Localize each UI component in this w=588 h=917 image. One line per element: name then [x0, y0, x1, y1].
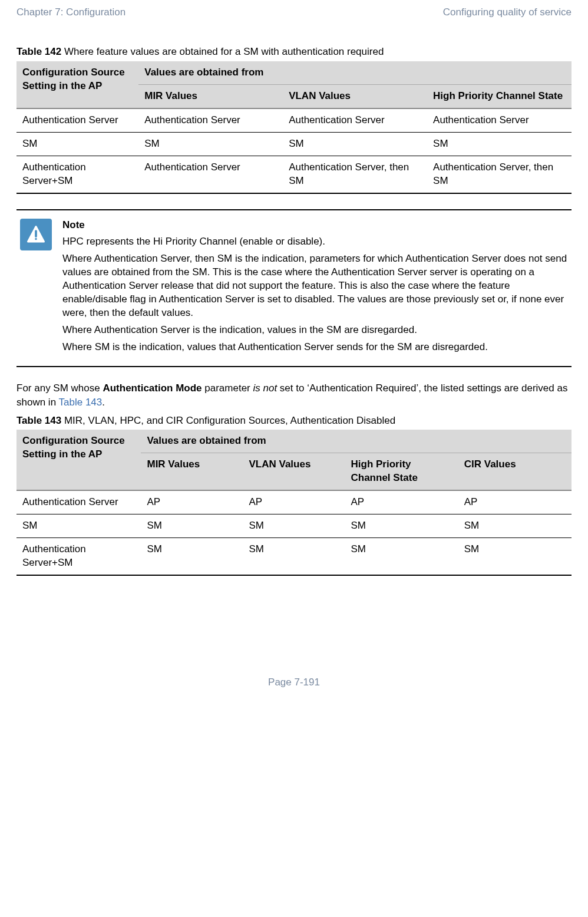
- cell: Authentication Server, then SM: [427, 156, 572, 193]
- cell: SM: [141, 514, 243, 538]
- cell: AP: [345, 490, 458, 514]
- table142-caption: Table 142 Where feature values are obtai…: [16, 45, 572, 59]
- cell: Authentication Server, then SM: [283, 156, 427, 193]
- table143-subheader-mir: MIR Values: [141, 453, 243, 490]
- cell: SM: [283, 132, 427, 156]
- table143-link[interactable]: Table 143: [59, 397, 103, 408]
- table142-subheader-hpc: High Priority Channel State: [427, 84, 572, 108]
- para-italic: is not: [253, 382, 278, 394]
- table143-subheader-hpc: High Priority Channel State: [345, 453, 458, 490]
- cell: SM: [458, 538, 572, 575]
- cell: Authentication Server: [16, 490, 141, 514]
- cell: SM: [16, 514, 141, 538]
- note-paragraph: HPC represents the Hi Priority Channel (…: [62, 235, 568, 249]
- table142-group-header: Values are obtained from: [138, 61, 572, 84]
- cell: SM: [427, 132, 572, 156]
- table-row: Authentication Server+SM SM SM SM SM: [16, 538, 572, 575]
- table143-subheader-vlan: VLAN Values: [243, 453, 345, 490]
- cell: SM: [345, 514, 458, 538]
- table143-group-header: Values are obtained from: [141, 430, 572, 453]
- cell: SM: [141, 538, 243, 575]
- cell: Authentication Server: [283, 108, 427, 132]
- header-section: Configuring quality of service: [443, 6, 572, 19]
- note-paragraph: Where Authentication Server, then SM is …: [62, 252, 568, 320]
- note-body: Note HPC represents the Hi Priority Chan…: [62, 219, 568, 358]
- table142-col1-header: Configuration Source Setting in the AP: [16, 61, 138, 108]
- cell: Authentication Server+SM: [16, 538, 141, 575]
- cell: AP: [243, 490, 345, 514]
- table-row: Authentication Server+SM Authentication …: [16, 156, 572, 193]
- table142-caption-text: Where feature values are obtained for a …: [61, 46, 384, 57]
- table142-subheader-vlan: VLAN Values: [283, 84, 427, 108]
- cell: AP: [458, 490, 572, 514]
- cell: SM: [243, 538, 345, 575]
- page-footer: Page 7-191: [16, 676, 572, 690]
- note-paragraph: Where Authentication Server is the indic…: [62, 324, 568, 337]
- table142-caption-number: Table 142: [16, 46, 61, 57]
- cell: SM: [243, 514, 345, 538]
- cell: SM: [345, 538, 458, 575]
- cell: Authentication Server+SM: [16, 156, 138, 193]
- table143-caption-number: Table 143: [16, 415, 61, 426]
- table143: Configuration Source Setting in the AP V…: [16, 430, 572, 576]
- note-icon: [20, 219, 52, 250]
- table143-caption: Table 143 MIR, VLAN, HPC, and CIR Config…: [16, 414, 572, 428]
- para-text: .: [102, 397, 105, 408]
- page-header: Chapter 7: Configuration Configuring qua…: [16, 6, 572, 19]
- cell: SM: [458, 514, 572, 538]
- para-bold: Authentication Mode: [103, 382, 201, 394]
- table143-col1-header: Configuration Source Setting in the AP: [16, 430, 141, 490]
- table-row: SM SM SM SM: [16, 132, 572, 156]
- cell: SM: [138, 132, 283, 156]
- table-row: Authentication Server Authentication Ser…: [16, 108, 572, 132]
- note-title: Note: [62, 219, 568, 232]
- cell: Authentication Server: [138, 108, 283, 132]
- cell: Authentication Server: [138, 156, 283, 193]
- cell: AP: [141, 490, 243, 514]
- intro-paragraph: For any SM whose Authentication Mode par…: [16, 381, 572, 410]
- svg-point-1: [35, 238, 37, 240]
- table-row: Authentication Server AP AP AP AP: [16, 490, 572, 514]
- para-text: parameter: [202, 382, 253, 394]
- cell: Authentication Server: [16, 108, 138, 132]
- cell: Authentication Server: [427, 108, 572, 132]
- table-row: SM SM SM SM SM: [16, 514, 572, 538]
- table143-subheader-cir: CIR Values: [458, 453, 572, 490]
- cell: SM: [16, 132, 138, 156]
- para-text: For any SM whose: [16, 382, 103, 394]
- header-chapter: Chapter 7: Configuration: [16, 6, 125, 19]
- table142-subheader-mir: MIR Values: [138, 84, 283, 108]
- table142: Configuration Source Setting in the AP V…: [16, 61, 572, 194]
- table143-caption-text: MIR, VLAN, HPC, and CIR Configuration So…: [61, 415, 395, 426]
- note-block: Note HPC represents the Hi Priority Chan…: [16, 210, 572, 367]
- note-paragraph: Where SM is the indication, values that …: [62, 341, 568, 354]
